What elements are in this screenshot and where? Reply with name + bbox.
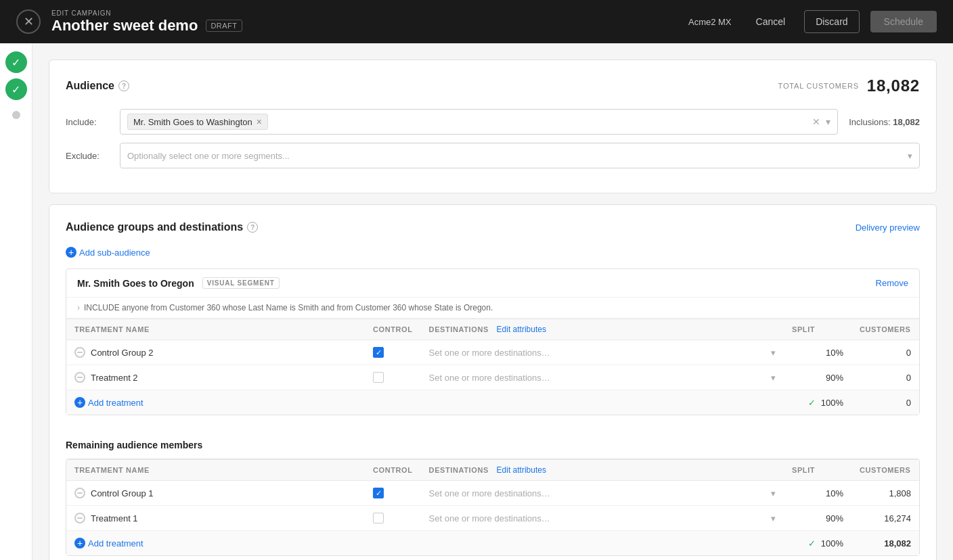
th-destinations: DESTINATIONS Edit attributes	[421, 319, 784, 340]
remove-treatment-icon[interactable]	[74, 372, 85, 383]
split-control1: 10%	[784, 481, 851, 506]
checkbox-unchecked-icon[interactable]	[373, 372, 384, 383]
include-field-actions: ✕ ▾	[812, 116, 830, 127]
remaining-members-header: Remaining audience members	[66, 429, 920, 459]
include-label: Include:	[66, 117, 120, 127]
th-customers: CUSTOMERS	[851, 319, 919, 340]
remaining-treatment-table: TREATMENT NAME CONTROL DESTINATIONS Edit…	[66, 459, 919, 555]
plus-icon: +	[74, 538, 85, 549]
exclude-chevron-icon: ▾	[908, 151, 912, 161]
sidebar-check-groups: ✓	[5, 78, 27, 100]
header-actions: Acme2 MX Cancel Discard Schedule	[688, 10, 937, 33]
plus-icon: +	[74, 397, 85, 408]
sidebar-dot-timing	[12, 111, 20, 119]
chevron-down-icon[interactable]: ▾	[826, 116, 830, 127]
destination-cell-t1[interactable]: Set one or more destinations… ▾	[421, 506, 784, 531]
destination-cell-control2[interactable]: Set one or more destinations… ▾	[421, 340, 784, 365]
app-header: ✕ EDIT CAMPAIGN Another sweet demo DRAFT…	[0, 0, 953, 43]
table-row: Treatment 1 Set one or more destinations…	[66, 506, 919, 531]
split-t2: 90%	[784, 365, 851, 390]
add-treatment-button-1[interactable]: + Add treatment	[74, 397, 357, 408]
checkbox-unchecked-icon[interactable]	[373, 513, 384, 523]
remaining-audience-box: TREATMENT NAME CONTROL DESTINATIONS Edit…	[66, 459, 920, 556]
audience-groups-title: Audience groups and destinations ?	[66, 221, 258, 233]
control-checkbox-t2[interactable]	[365, 365, 421, 390]
th-control-r: CONTROL	[365, 460, 421, 481]
customers-t2: 0	[851, 365, 919, 390]
treatment-name-t1: Treatment 1	[91, 513, 138, 523]
add-sub-audience-button[interactable]: + Add sub-audience	[66, 247, 920, 258]
add-treatment-cell-2: + Add treatment	[66, 531, 365, 556]
destination-chevron-icon: ▾	[771, 373, 776, 383]
discard-button[interactable]: Discard	[804, 10, 859, 33]
audience-title: Audience ?	[66, 80, 129, 92]
checkbox-checked-icon[interactable]: ✓	[373, 347, 384, 358]
treatment-name-cell-control2: Control Group 2	[66, 340, 365, 365]
audience-groups-section: Audience groups and destinations ? Deliv…	[49, 204, 937, 560]
account-label: Acme2 MX	[688, 17, 732, 27]
exclude-row: Exclude: Optionally select one or more s…	[66, 143, 920, 168]
header-title-area: EDIT CAMPAIGN Another sweet demo DRAFT	[51, 9, 688, 34]
destination-chevron-icon: ▾	[771, 348, 776, 358]
customers-control1: 1,808	[851, 481, 919, 506]
sidebar: ✓ ✓	[0, 43, 32, 560]
customers-t1: 16,274	[851, 506, 919, 531]
checkbox-checked-icon[interactable]: ✓	[373, 488, 384, 498]
control-checkbox-t1[interactable]	[365, 506, 421, 531]
audience-groups-header: Audience groups and destinations ? Deliv…	[66, 221, 920, 233]
treatment-name-t2: Treatment 2	[91, 373, 138, 383]
segment-tag-washington: Mr. Smith Goes to Washington ×	[127, 114, 268, 130]
chevron-right-icon: ›	[77, 303, 80, 312]
treatment-name-control1: Control Group 1	[91, 488, 154, 498]
remove-treatment-icon[interactable]	[74, 513, 85, 523]
visual-segment-badge: VISUAL SEGMENT	[202, 277, 280, 289]
destination-cell-t2[interactable]: Set one or more destinations… ▾	[421, 365, 784, 390]
table-row: Treatment 2 Set one or more destinations…	[66, 365, 919, 390]
total-split-1: ✓ 100%	[784, 390, 851, 415]
sub-audience-name: Mr. Smith Goes to Oregon	[77, 278, 194, 289]
th-destinations-r: DESTINATIONS Edit attributes	[421, 460, 784, 481]
table-row: Control Group 1 ✓ Set one or more destin…	[66, 481, 919, 506]
th-control: CONTROL	[365, 319, 421, 340]
include-field[interactable]: Mr. Smith Goes to Washington × ✕ ▾	[120, 109, 838, 135]
clear-icon[interactable]: ✕	[812, 116, 820, 127]
treatment-name-cell-t2: Treatment 2	[66, 365, 365, 390]
control-checkbox-control1[interactable]: ✓	[365, 481, 421, 506]
check-icon: ✓	[808, 398, 816, 408]
exclude-field[interactable]: Optionally select one or more segments..…	[120, 143, 920, 168]
edit-campaign-label: EDIT CAMPAIGN	[51, 9, 688, 17]
destination-chevron-icon: ▾	[771, 488, 776, 498]
include-row: Include: Mr. Smith Goes to Washington × …	[66, 109, 920, 135]
add-treatment-row-1: + Add treatment ✓ 100% 0	[66, 390, 919, 415]
add-treatment-button-2[interactable]: + Add treatment	[74, 538, 357, 549]
total-customers-value: 18,082	[867, 76, 920, 95]
close-button[interactable]: ✕	[16, 9, 41, 34]
destination-cell-control1[interactable]: Set one or more destinations… ▾	[421, 481, 784, 506]
edit-attributes-link-1[interactable]: Edit attributes	[497, 325, 546, 334]
destination-chevron-icon: ▾	[771, 513, 776, 523]
control-checkbox-control2[interactable]: ✓	[365, 340, 421, 365]
main-content: Audience ? TOTAL CUSTOMERS 18,082 Includ…	[32, 43, 953, 560]
edit-attributes-link-2[interactable]: Edit attributes	[497, 465, 546, 475]
remove-treatment-icon[interactable]	[74, 347, 85, 358]
total-customers-1: 0	[851, 390, 919, 415]
schedule-button[interactable]: Schedule	[870, 11, 937, 32]
th-split: SPLIT	[784, 319, 851, 340]
audience-groups-help-icon[interactable]: ?	[247, 222, 258, 233]
remove-sub-audience-button[interactable]: Remove	[876, 278, 908, 288]
audience-section-header: Audience ? TOTAL CUSTOMERS 18,082	[66, 76, 920, 95]
inclusions-text: Inclusions: 18,082	[849, 117, 920, 127]
remove-treatment-icon[interactable]	[74, 488, 85, 498]
tag-remove-icon[interactable]: ×	[257, 116, 262, 127]
exclude-label: Exclude:	[66, 151, 120, 161]
audience-section: Audience ? TOTAL CUSTOMERS 18,082 Includ…	[49, 60, 937, 193]
th-treatment-name: TREATMENT NAME	[66, 319, 365, 340]
total-customers-display: TOTAL CUSTOMERS 18,082	[778, 76, 920, 95]
plus-icon: +	[66, 247, 76, 258]
total-customers-2: 18,082	[851, 531, 919, 556]
cancel-button[interactable]: Cancel	[748, 11, 794, 32]
audience-help-icon[interactable]: ?	[118, 80, 129, 91]
th-customers-r: CUSTOMERS	[851, 460, 919, 481]
delivery-preview-link[interactable]: Delivery preview	[856, 223, 920, 233]
treatment-name-cell-control1: Control Group 1	[66, 481, 365, 506]
